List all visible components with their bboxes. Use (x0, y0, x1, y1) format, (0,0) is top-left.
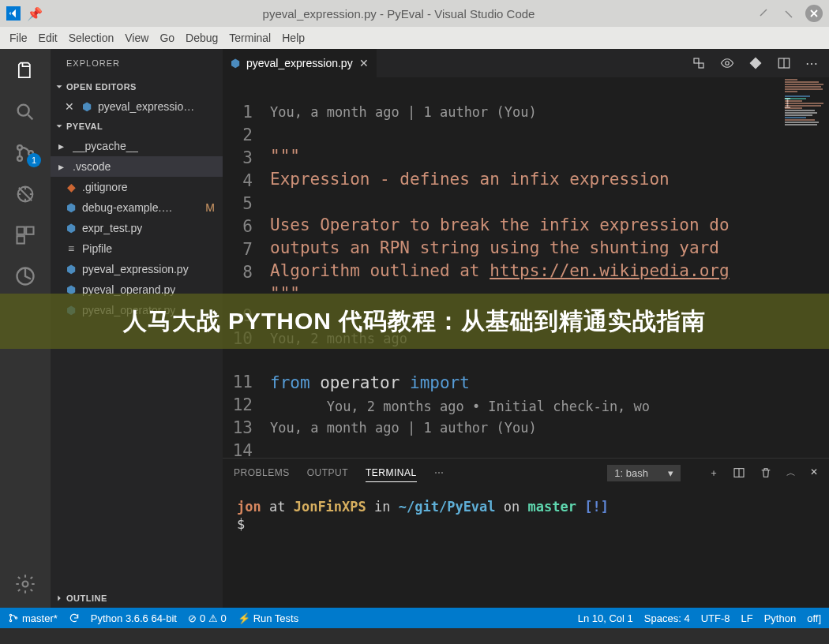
extensions-icon[interactable] (13, 223, 38, 248)
python-file-icon: ⬢ (231, 57, 240, 69)
file-item[interactable]: ⬢pyeval_operator.py (51, 300, 223, 320)
menu-terminal[interactable]: Terminal (229, 32, 271, 44)
activity-bar: 1 (0, 49, 51, 608)
file-item[interactable]: ⬢expr_test.py (51, 218, 223, 238)
panel: PROBLEMS OUTPUT TERMINAL ⋯ 1: bash ＋ ︿ ✕… (223, 458, 829, 608)
terminal-select[interactable]: 1: bash (607, 465, 681, 481)
svg-point-2 (17, 156, 22, 161)
status-python[interactable]: Python 3.6.6 64-bit (91, 612, 177, 624)
python-file-icon: ⬢ (81, 100, 93, 113)
scm-icon[interactable]: 1 (13, 140, 38, 166)
status-run-tests[interactable]: ⚡Run Tests (238, 612, 299, 624)
close-panel-icon[interactable]: ✕ (810, 466, 818, 480)
terminal[interactable]: jon at JonFinXPS in ~/git/PyEval on mast… (223, 487, 829, 608)
code-lens[interactable]: You, 2 months ago (270, 328, 783, 349)
menu-go[interactable]: Go (159, 32, 174, 44)
settings-icon[interactable] (13, 571, 38, 597)
svg-point-9 (23, 582, 28, 587)
file-item[interactable]: ⬢pyeval_expression.py (51, 259, 223, 279)
status-problems[interactable]: ⊘ 0 ⚠ 0 (188, 612, 227, 624)
vscode-icon (6, 6, 21, 21)
outline-header[interactable]: OUTLINE (51, 589, 223, 608)
minimap[interactable] (783, 77, 829, 458)
chevron-right-icon: ▸ (58, 160, 68, 173)
svg-rect-6 (26, 227, 33, 234)
project-header[interactable]: PYEVAL (51, 117, 223, 136)
svg-point-0 (18, 105, 29, 116)
sidebar-title: EXPLORER (51, 49, 223, 77)
panel-tab-output[interactable]: OUTPUT (307, 467, 348, 478)
code-lens[interactable]: You, a month ago | 1 author (You) (270, 417, 783, 438)
status-off[interactable]: off] (807, 612, 821, 624)
folder-item[interactable]: ▸.vscode (51, 156, 223, 177)
compare-changes-icon[interactable] (692, 56, 706, 70)
line-gutter: 123 456 78 910 11121314 (223, 77, 270, 458)
tab-bar: ⬢ pyeval_expression.py ✕ ⋯ (223, 49, 829, 77)
folder-item[interactable]: ▸__pycache__ (51, 136, 223, 156)
file-item[interactable]: ≡Pipfile (51, 238, 223, 259)
explorer-icon[interactable] (13, 58, 38, 84)
editor-tab[interactable]: ⬢ pyeval_expression.py ✕ (223, 49, 377, 77)
status-eol[interactable]: LF (741, 612, 753, 624)
split-editor-icon[interactable] (777, 56, 791, 70)
python-file-icon: ⬢ (65, 263, 77, 275)
diff-icon[interactable] (748, 56, 763, 70)
python-file-icon: ⬢ (65, 222, 77, 234)
svg-point-12 (726, 62, 730, 66)
status-encoding[interactable]: UTF-8 (701, 612, 730, 624)
python-file-icon: ⬢ (65, 283, 77, 296)
editor-area: ⬢ pyeval_expression.py ✕ ⋯ 123 456 78 91… (223, 49, 829, 608)
panel-tab-problems[interactable]: PROBLEMS (234, 467, 290, 478)
status-spaces[interactable]: Spaces: 4 (644, 612, 690, 624)
preview-icon[interactable] (720, 56, 734, 70)
code-lens[interactable]: You, a month ago | 1 author (You) (270, 102, 783, 122)
editor[interactable]: 123 456 78 910 11121314 You, a month ago… (223, 77, 829, 458)
file-item[interactable]: ◆.gitignore (51, 177, 223, 197)
python-file-icon: ⬢ (65, 304, 77, 316)
menu-bar: File Edit Selection View Go Debug Termin… (0, 27, 829, 49)
svg-point-1 (17, 145, 22, 150)
svg-rect-10 (694, 58, 699, 63)
svg-rect-11 (699, 63, 703, 68)
menu-view[interactable]: View (125, 32, 148, 44)
maximize-panel-icon[interactable]: ︿ (786, 466, 796, 480)
close-icon[interactable]: ✕ (359, 57, 369, 69)
status-branch[interactable]: master* (8, 612, 58, 624)
split-terminal-icon[interactable] (733, 466, 745, 480)
menu-help[interactable]: Help (282, 32, 305, 44)
debug-icon[interactable] (13, 182, 38, 207)
test-icon[interactable] (13, 264, 38, 289)
modified-indicator: M (205, 201, 218, 214)
open-editors-header[interactable]: OPEN EDITORS (51, 77, 223, 96)
menu-edit[interactable]: Edit (39, 32, 58, 44)
text-file-icon: ≡ (65, 242, 77, 255)
sidebar: EXPLORER OPEN EDITORS ✕ ⬢ pyeval_express… (51, 49, 223, 608)
menu-debug[interactable]: Debug (186, 32, 218, 44)
svg-point-16 (9, 620, 11, 621)
code-content[interactable]: You, a month ago | 1 author (You) """ Ex… (270, 77, 783, 458)
file-item[interactable]: ⬢pyeval_operand.py (51, 279, 223, 300)
panel-tab-terminal[interactable]: TERMINAL (366, 467, 417, 482)
new-terminal-icon[interactable]: ＋ (709, 466, 718, 480)
minimize-button[interactable] (755, 5, 772, 22)
status-position[interactable]: Ln 10, Col 1 (578, 612, 633, 624)
menu-file[interactable]: File (9, 32, 28, 44)
status-language[interactable]: Python (764, 612, 796, 624)
search-icon[interactable] (13, 99, 38, 125)
pin-icon[interactable]: 📌 (27, 6, 43, 21)
status-sync-icon[interactable] (69, 612, 80, 623)
kill-terminal-icon[interactable] (760, 466, 772, 480)
status-bar: master* Python 3.6.6 64-bit ⊘ 0 ⚠ 0 ⚡Run… (0, 608, 829, 628)
file-item[interactable]: ⬢debug-example.…M (51, 197, 223, 218)
svg-point-15 (9, 614, 11, 616)
close-icon[interactable]: ✕ (65, 100, 76, 113)
menu-selection[interactable]: Selection (69, 32, 114, 44)
maximize-button[interactable] (780, 5, 797, 22)
chevron-right-icon: ▸ (58, 140, 68, 152)
title-bar: 📌 pyeval_expression.py - PyEval - Visual… (0, 0, 829, 27)
tab-label: pyeval_expression.py (246, 57, 353, 69)
more-icon[interactable]: ⋯ (805, 56, 818, 71)
more-icon[interactable]: ⋯ (434, 467, 444, 478)
close-button[interactable] (805, 5, 823, 22)
open-editor-item[interactable]: ✕ ⬢ pyeval_expressio… (51, 96, 223, 117)
